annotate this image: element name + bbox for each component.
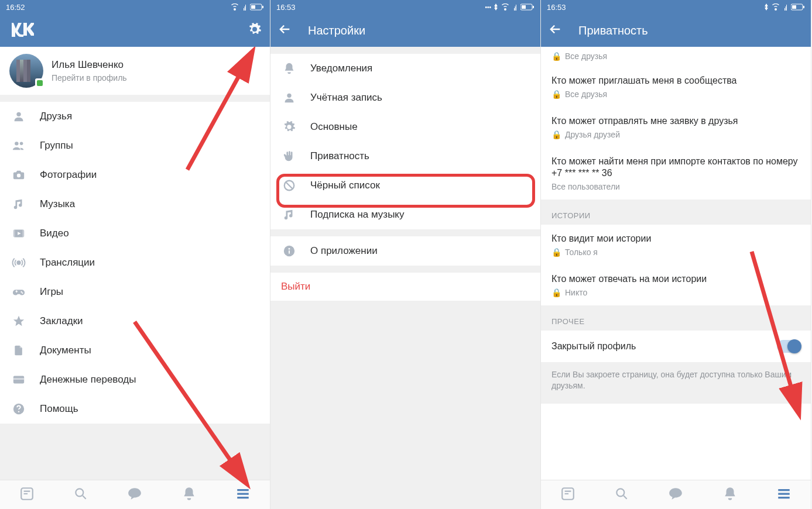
settings-item[interactable]: Подписка на музыку — [270, 200, 540, 229]
lock-icon: 🔒 — [551, 130, 561, 139]
settings-label: О приложении — [310, 245, 378, 257]
logout-button[interactable]: Выйти — [270, 273, 540, 301]
svg-rect-40 — [803, 6, 804, 8]
svg-point-9 — [17, 174, 20, 177]
card-icon — [11, 373, 27, 386]
privacy-item[interactable]: Кто может приглашать меня в сообщества🔒В… — [541, 67, 811, 107]
svg-point-6 — [16, 112, 20, 116]
status-bar: 16:53 ••• — [270, 0, 540, 14]
music-icon — [11, 198, 27, 211]
info-icon — [281, 245, 297, 257]
menu-label: Документы — [40, 345, 91, 356]
settings-item[interactable]: Основные — [270, 112, 540, 142]
status-time: 16:53 — [276, 3, 296, 12]
app-bar: Настройки — [270, 14, 540, 47]
app-bar: Приватность — [541, 14, 811, 47]
app-bar — [0, 14, 270, 47]
menu-item[interactable]: Видео — [0, 219, 270, 248]
settings-item-about[interactable]: О приложении — [270, 236, 540, 266]
menu-item[interactable]: Группы — [0, 131, 270, 160]
privacy-item[interactable]: Кто может отвечать на мои истории🔒Никто — [541, 265, 811, 305]
privacy-item-title: Кто может найти меня при импорте контакт… — [551, 156, 800, 180]
privacy-item-title: Кто может отвечать на мои истории — [551, 273, 800, 286]
menu-item[interactable]: Музыка — [0, 190, 270, 219]
settings-content: УведомленияУчётная записьОсновныеПриватн… — [270, 47, 540, 509]
gear-icon — [281, 121, 297, 133]
status-icons: ••• — [485, 4, 535, 11]
svg-rect-34 — [289, 250, 290, 254]
nav-notifications-icon[interactable] — [719, 483, 741, 507]
toggle-switch[interactable] — [777, 340, 800, 353]
nav-messages-icon[interactable] — [664, 483, 687, 507]
music-icon — [281, 208, 297, 221]
menu-item[interactable]: Фотографии — [0, 160, 270, 190]
settings-label: Учётная запись — [310, 92, 382, 104]
section-header-other: ПРОЧЕЕ — [541, 305, 811, 331]
bottom-nav — [0, 480, 270, 509]
svg-rect-28 — [522, 5, 526, 9]
privacy-description: Если Вы закроете страницу, она будет дос… — [541, 362, 811, 404]
profile-row[interactable]: Илья Шевченко Перейти в профиль — [0, 47, 270, 95]
privacy-item-title: Кто видит мои истории — [551, 233, 800, 245]
nav-messages-icon[interactable] — [124, 483, 146, 507]
back-icon[interactable] — [279, 23, 292, 38]
settings-item[interactable]: Учётная запись — [270, 83, 540, 112]
settings-item[interactable]: Приватность — [270, 142, 540, 171]
privacy-item[interactable]: Кто может найти меня при импорте контакт… — [541, 147, 811, 200]
privacy-item-sub: Только я — [565, 247, 598, 257]
nav-search-icon[interactable] — [611, 483, 633, 507]
menu-item[interactable]: Денежные переводы — [0, 365, 270, 394]
private-profile-toggle-row[interactable]: Закрытый профиль — [541, 331, 811, 362]
person-icon — [11, 110, 27, 123]
settings-label: Приватность — [310, 150, 369, 162]
menu-item[interactable]: Трансляции — [0, 248, 270, 277]
nav-feed-icon[interactable] — [16, 483, 38, 507]
settings-label: Чёрный список — [310, 180, 380, 191]
nav-feed-icon[interactable] — [557, 483, 579, 507]
menu-item[interactable]: Игры — [0, 277, 270, 307]
privacy-item-sub: Друзья друзей — [565, 130, 620, 139]
privacy-item[interactable]: 🔒Все друзья — [541, 47, 811, 67]
privacy-item-title: Кто может отправлять мне заявку в друзья — [551, 115, 800, 128]
gear-icon[interactable] — [248, 22, 262, 39]
nav-menu-icon[interactable] — [773, 483, 795, 507]
page-title: Настройки — [308, 24, 365, 37]
menu-item[interactable]: Помощь — [0, 394, 270, 424]
menu-label: Фотографии — [40, 169, 97, 181]
section-header-stories: ИСТОРИИ — [541, 200, 811, 225]
menu-label: Помощь — [40, 403, 78, 415]
live-icon — [11, 256, 27, 269]
svg-rect-39 — [792, 5, 796, 9]
menu-label: Музыка — [40, 198, 75, 210]
nav-notifications-icon[interactable] — [178, 483, 200, 507]
menu-item[interactable]: Друзья — [0, 102, 270, 131]
menu-item[interactable]: Закладки — [0, 307, 270, 336]
svg-point-30 — [287, 94, 291, 98]
settings-item[interactable]: Уведомления — [270, 54, 540, 83]
lock-icon: 🔒 — [551, 90, 561, 99]
svg-point-19 — [18, 411, 19, 412]
svg-rect-17 — [13, 378, 24, 380]
svg-rect-35 — [784, 8, 785, 11]
menu-content: Илья Шевченко Перейти в профиль ДрузьяГр… — [0, 47, 270, 480]
menu-item[interactable]: Документы — [0, 336, 270, 365]
privacy-item-title: Кто может приглашать меня в сообщества — [551, 75, 800, 87]
svg-point-8 — [20, 142, 23, 146]
logout-label: Выйти — [281, 281, 310, 293]
block-icon — [281, 179, 297, 192]
svg-rect-12 — [22, 230, 24, 238]
svg-rect-11 — [13, 230, 15, 238]
doc-icon — [11, 344, 27, 357]
status-bar: 16:53 — [541, 0, 811, 14]
settings-item[interactable]: Чёрный список — [270, 171, 540, 200]
account-icon — [281, 91, 297, 104]
privacy-item[interactable]: Кто видит мои истории🔒Только я — [541, 225, 811, 265]
menu-label: Игры — [40, 286, 63, 298]
back-icon[interactable] — [549, 23, 562, 38]
status-time: 16:53 — [547, 3, 566, 12]
privacy-item[interactable]: Кто может отправлять мне заявку в друзья… — [541, 107, 811, 147]
video-icon — [11, 227, 27, 240]
nav-search-icon[interactable] — [70, 483, 92, 507]
nav-menu-icon[interactable] — [232, 483, 254, 507]
svg-rect-37 — [786, 5, 787, 11]
